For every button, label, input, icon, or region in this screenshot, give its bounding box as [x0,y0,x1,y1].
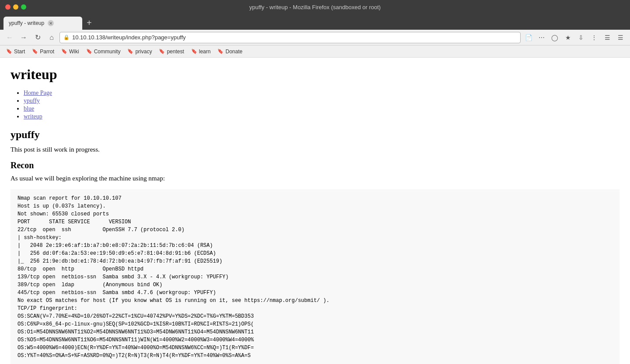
sidebar-button[interactable]: ☰ [601,31,613,44]
bookmark-parrot[interactable]: 🔖 Parrot [29,48,57,55]
more-button[interactable]: ⋯ [536,31,548,44]
bookmark-pentest-icon: 🔖 [159,49,165,54]
bookmark-parrot-icon: 🔖 [32,49,38,54]
titlebar: ypuffy - writeup - Mozilla Firefox (sand… [0,0,630,14]
bookmark-wiki-icon: 🔖 [61,49,67,54]
bookmark-learn-label: learn [199,49,211,55]
nav-actions: 📄 ⋯ ◯ ★ ⇩ ⋮ ☰ ☰ [522,31,626,44]
recon-intro: As usual we will begin exploring the mac… [10,175,620,182]
bookmark-star-button[interactable]: ★ [562,31,574,44]
breadcrumb-blue[interactable]: blue [24,105,34,112]
breadcrumb-item: blue [24,105,620,112]
bookmark-privacy-label: privacy [135,49,152,55]
breadcrumb-item: writeup [24,113,620,120]
bookmarks-bar: 🔖 Start 🔖 Parrot 🔖 Wiki 🔖 Community 🔖 pr… [0,45,630,58]
breadcrumb-writeup[interactable]: writeup [24,113,42,120]
bookmark-learn-icon: 🔖 [191,49,197,54]
download-button[interactable]: ⇩ [575,31,587,44]
bookmark-learn[interactable]: 🔖 learn [189,48,214,55]
page-main-title: writeup [10,66,620,83]
minimize-button[interactable] [13,4,18,10]
bookmark-start-icon: 🔖 [6,49,12,54]
bookmark-start-label: Start [14,49,25,55]
pocket-button[interactable]: ◯ [549,31,561,44]
address-path: /writeup/index.php?page=ypuffy [105,34,186,41]
bookmark-donate-label: Donate [225,49,242,55]
bookmark-pentest-label: pentest [167,49,184,55]
tab-close-button[interactable]: ✕ [48,20,54,26]
menu-button[interactable]: ☰ [614,31,626,44]
tabbar: ypuffy - writeup ✕ + [0,14,630,30]
maximize-button[interactable] [21,4,26,10]
bookmark-community-label: Community [94,49,121,55]
reader-view-button[interactable]: 📄 [522,31,535,44]
home-button[interactable]: ⌂ [46,31,58,44]
bookmark-donate[interactable]: 🔖 Donate [215,48,245,55]
page-content: writeup Home Page ypuffy blue writeup yp… [0,58,630,364]
breadcrumb-list: Home Page ypuffy blue writeup [10,90,620,120]
breadcrumb-item: Home Page [24,90,620,97]
bookmark-wiki-label: Wiki [69,49,79,55]
address-base: 10.10.10.138 [72,34,105,41]
recon-title: Recon [10,160,620,170]
bookmark-community[interactable]: 🔖 Community [84,48,123,55]
navbar: ← → ↻ ⌂ 🔒 10.10.10.138/writeup/index.php… [0,30,630,45]
bookmark-community-icon: 🔖 [86,49,92,54]
bookmark-privacy[interactable]: 🔖 privacy [125,48,154,55]
wip-text: This post is still work in progress. [10,146,620,153]
lock-icon: 🔒 [63,35,70,40]
bookmark-wiki[interactable]: 🔖 Wiki [59,48,82,55]
bookmark-start[interactable]: 🔖 Start [4,48,28,55]
breadcrumb-item: ypuffy [24,97,620,104]
tab-label: ypuffy - writeup [9,20,44,26]
address-text: 10.10.10.138/writeup/index.php?page=ypuf… [72,34,186,41]
nmap-output: Nmap scan report for 10.10.10.107 Host i… [10,189,620,364]
new-tab-button[interactable]: + [83,18,95,28]
section-title-ypuffy: ypuffy [10,129,620,141]
traffic-lights [5,4,26,10]
breadcrumb-ypuffy[interactable]: ypuffy [24,97,40,104]
bookmark-parrot-label: Parrot [40,49,54,55]
bookmark-privacy-icon: 🔖 [127,49,133,54]
synced-tabs-button[interactable]: ⋮ [588,31,600,44]
back-button[interactable]: ← [4,31,16,44]
forward-button[interactable]: → [18,31,30,44]
window-title: ypuffy - writeup - Mozilla Firefox (sand… [249,4,381,10]
address-bar[interactable]: 🔒 10.10.10.138/writeup/index.php?page=yp… [60,32,521,43]
bookmark-donate-icon: 🔖 [217,49,224,54]
close-button[interactable] [5,4,10,10]
bookmark-pentest[interactable]: 🔖 pentest [156,48,186,55]
reload-button[interactable]: ↻ [32,31,44,44]
active-tab[interactable]: ypuffy - writeup ✕ [4,17,82,30]
breadcrumb-homepage[interactable]: Home Page [24,90,52,96]
